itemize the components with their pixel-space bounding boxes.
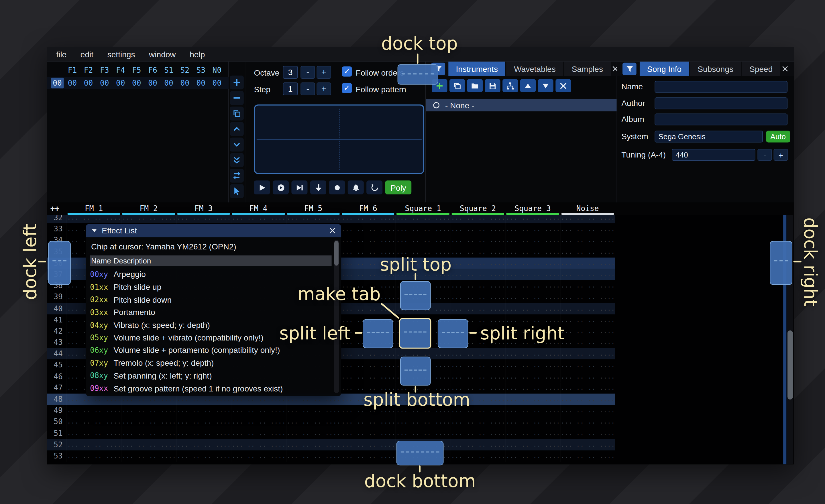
effect-row[interactable]: 06xyVolume slide + portamento (compatibi… xyxy=(90,344,331,356)
play-circle-button[interactable] xyxy=(273,180,289,194)
cursor-button[interactable] xyxy=(230,184,244,198)
tab-subsongs[interactable]: Subsongs xyxy=(690,62,741,76)
pattern-cell[interactable]: ... .. .. .... xyxy=(560,235,615,246)
follow-pattern-checkbox[interactable]: ✓ xyxy=(342,83,352,93)
pattern-cell[interactable]: ... .. .. .... xyxy=(286,450,341,462)
pattern-cell[interactable]: ... .. .. .... xyxy=(505,439,560,450)
pattern-cell[interactable]: ... .. .. .... xyxy=(176,416,231,428)
order-cell[interactable]: 00 xyxy=(64,77,80,89)
order-index[interactable]: 00 xyxy=(51,78,64,88)
order-cell[interactable]: 00 xyxy=(145,77,161,89)
pattern-cell[interactable]: ... .. .. .... xyxy=(341,439,395,450)
pattern-cell[interactable]: ... .. .. .... xyxy=(560,360,615,371)
menu-file[interactable]: file xyxy=(49,50,74,59)
channel-header[interactable]: FM 4 xyxy=(231,202,286,215)
tuning-decrease-button[interactable]: - xyxy=(757,149,772,161)
pattern-cell[interactable]: ... .. .. .... xyxy=(396,416,450,428)
pattern-cell[interactable]: ... .. .. .... xyxy=(505,360,560,371)
pattern-cell[interactable]: ... .. .. .... xyxy=(560,450,615,462)
auto-button[interactable]: Auto xyxy=(766,131,790,142)
pattern-cell[interactable]: ... .. .. .... xyxy=(505,303,560,315)
skip-end-button[interactable] xyxy=(291,180,307,194)
pattern-cell[interactable]: ... .. .. .... xyxy=(450,235,505,246)
folder-open-button[interactable] xyxy=(467,79,483,92)
menu-edit[interactable]: edit xyxy=(74,50,100,59)
pattern-cell[interactable]: ... .. .. .... xyxy=(560,428,615,439)
octave-increase-button[interactable]: + xyxy=(316,66,331,79)
name-input[interactable] xyxy=(655,81,788,92)
record-button[interactable] xyxy=(329,180,345,194)
tuning-increase-button[interactable]: + xyxy=(773,149,788,161)
make-tab-target[interactable] xyxy=(399,318,431,349)
pattern-cell[interactable]: ... .. .. .... xyxy=(341,416,395,428)
pattern-cell[interactable]: ... .. .. .... xyxy=(286,405,341,416)
dock-left-target[interactable] xyxy=(48,241,71,285)
pattern-cell[interactable]: ... .. .. .... xyxy=(560,280,615,291)
pattern-cell[interactable]: ... .. .. .... xyxy=(450,371,505,382)
pattern-cell[interactable]: ... .. .. .... xyxy=(560,405,615,416)
menu-window[interactable]: window xyxy=(142,50,183,59)
triangle-up-button[interactable] xyxy=(520,79,536,92)
pattern-cell[interactable]: ... .. .. .... xyxy=(560,394,615,405)
close-button[interactable] xyxy=(555,79,571,92)
order-cell[interactable]: 00 xyxy=(96,77,112,89)
pattern-cell[interactable]: ... .. .. .... xyxy=(450,439,505,450)
step-value[interactable]: 1 xyxy=(283,82,298,95)
pattern-scrollbar-thumb[interactable] xyxy=(788,330,793,400)
swap-button[interactable] xyxy=(230,169,244,183)
pattern-cell[interactable]: ... .. .. .... xyxy=(341,428,395,439)
pattern-cell[interactable]: ... .. .. .... xyxy=(286,428,341,439)
pattern-cell[interactable]: ... .. .. .... xyxy=(176,450,231,462)
pattern-cell[interactable]: ... .. .. .... xyxy=(505,348,560,360)
effect-list-scrollbar-thumb[interactable] xyxy=(334,241,339,266)
pattern-cell[interactable]: ... .. .. .... xyxy=(176,405,231,416)
system-input[interactable] xyxy=(655,131,763,142)
pattern-cell[interactable]: ... .. .. .... xyxy=(505,246,560,257)
split-bottom-target[interactable] xyxy=(400,357,431,386)
channel-header[interactable]: Square 3 xyxy=(505,202,560,215)
effect-row[interactable]: 03xxPortamento xyxy=(90,306,331,319)
effect-row[interactable]: 07xyTremolo (x: speed; y: depth) xyxy=(90,356,331,369)
effect-row[interactable]: 02xxPitch slide down xyxy=(90,293,331,306)
channel-header[interactable]: Square 2 xyxy=(450,202,505,215)
step-decrease-button[interactable]: - xyxy=(300,82,315,95)
split-left-target[interactable] xyxy=(363,319,393,348)
dock-bottom-target[interactable] xyxy=(396,441,444,465)
copy-button[interactable] xyxy=(230,106,244,120)
pattern-cell[interactable]: ... .. .. .... xyxy=(450,428,505,439)
pattern-cell[interactable]: ... .. .. .... xyxy=(560,439,615,450)
pattern-cell[interactable]: ... .. .. .... xyxy=(505,291,560,303)
pattern-cell[interactable]: ... .. .. .... xyxy=(341,235,395,246)
pattern-cell[interactable]: ... .. .. .... xyxy=(66,405,121,416)
tab-speed[interactable]: Speed xyxy=(742,62,780,76)
channel-header[interactable]: FM 5 xyxy=(286,202,341,215)
pattern-cell[interactable]: ... .. .. .... xyxy=(231,439,286,450)
channel-header[interactable]: FM 1 xyxy=(66,202,121,215)
pattern-cell[interactable]: ... .. .. .... xyxy=(286,416,341,428)
pattern-cell[interactable]: ... .. .. .... xyxy=(121,439,176,450)
pattern-cell[interactable]: ... .. .. .... xyxy=(560,291,615,303)
pattern-cell[interactable]: ... .. .. .... xyxy=(505,394,560,405)
pattern-cell[interactable]: ... .. .. .... xyxy=(121,450,176,462)
order-cell[interactable]: 00 xyxy=(193,77,209,89)
chevrons-down-button[interactable] xyxy=(230,153,244,167)
order-cell[interactable]: 00 xyxy=(80,77,96,89)
pattern-cell[interactable]: ... .. .. .... xyxy=(505,235,560,246)
order-cell[interactable]: 00 xyxy=(129,77,145,89)
pattern-cell[interactable]: ... .. .. .... xyxy=(450,360,505,371)
menu-settings[interactable]: settings xyxy=(100,50,142,59)
tab-song-info[interactable]: Song Info xyxy=(640,62,689,76)
pattern-cell[interactable]: ... .. .. .... xyxy=(286,439,341,450)
pattern-cell[interactable]: ... .. .. .... xyxy=(396,235,450,246)
order-cell[interactable]: 00 xyxy=(209,77,225,89)
octave-value[interactable]: 3 xyxy=(283,66,298,79)
chevron-up-button[interactable] xyxy=(230,122,244,136)
pattern-cell[interactable]: ... .. .. .... xyxy=(505,371,560,382)
pattern-cell[interactable]: ... .. .. .... xyxy=(121,405,176,416)
pattern-cell[interactable]: ... .. .. .... xyxy=(450,348,505,360)
pattern-cell[interactable]: ... .. .. .... xyxy=(66,428,121,439)
pattern-cell[interactable]: ... .. .. .... xyxy=(450,291,505,303)
pattern-cell[interactable]: ... .. .. .... xyxy=(560,416,615,428)
tab-instruments[interactable]: Instruments xyxy=(448,62,505,76)
chevron-down-button[interactable] xyxy=(230,138,244,152)
